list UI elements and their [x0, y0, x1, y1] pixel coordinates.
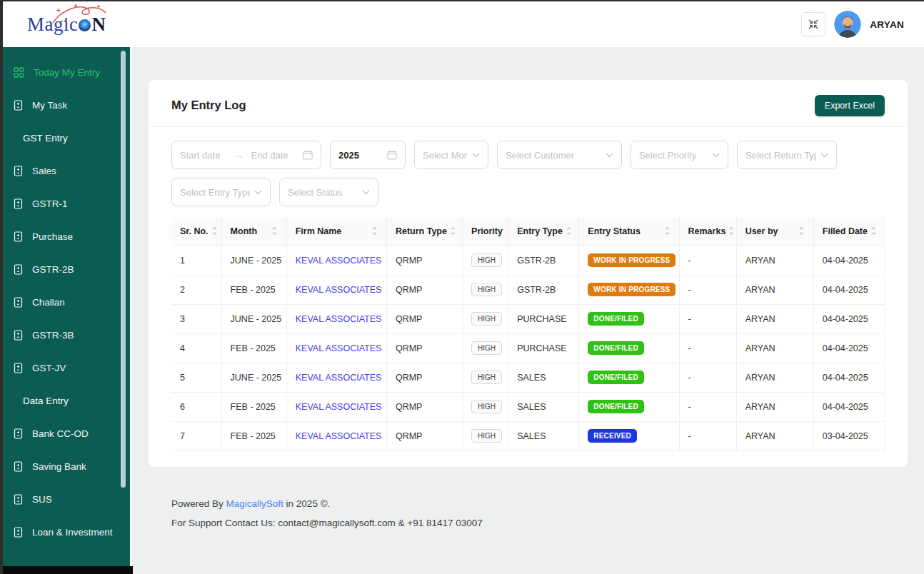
entry-status-badge: WORK IN PROGRESS: [588, 283, 676, 296]
main-content: My Entry Log Export Excel Start date→End…: [132, 47, 924, 574]
export-excel-button[interactable]: Export Excel: [815, 95, 885, 116]
firm-name-link[interactable]: KEVAL ASSOCIATES: [296, 373, 382, 383]
cell-filled-date: 04-04-2025: [813, 246, 884, 275]
cell-filled-date: 03-04-2025: [813, 421, 884, 450]
column-header-remarks[interactable]: Remarks: [679, 217, 736, 246]
cell-priority: HIGH: [463, 363, 508, 392]
avatar[interactable]: [834, 11, 861, 38]
sidebar-section-gst-entry: GST Entry: [3, 121, 130, 154]
column-header-return-type[interactable]: Return Type: [386, 217, 462, 246]
cell-remarks: -: [679, 363, 736, 392]
sidebar-item-gstr-1[interactable]: GSTR-1: [3, 187, 130, 220]
column-header-filled-date[interactable]: Filled Date: [813, 217, 884, 246]
returntype-placeholder: Select Return Type: [745, 150, 816, 161]
magicallysoft-link[interactable]: MagicallySoft: [226, 498, 283, 509]
sidebar-scrollbar-thumb[interactable]: [121, 51, 126, 488]
table-row: 7FEB - 2025KEVAL ASSOCIATESQRMPHIGHSALES…: [171, 421, 885, 450]
chevron-down-icon: [606, 153, 613, 158]
cell-month: FEB - 2025: [221, 275, 286, 304]
fullscreen-toggle-button[interactable]: [801, 12, 825, 36]
priority-badge: HIGH: [471, 312, 502, 326]
sidebar-item-saving-bank[interactable]: Saving Bank: [3, 450, 130, 483]
sidebar-item-label: Saving Bank: [32, 461, 86, 472]
cell-sr-no: 2: [171, 275, 221, 304]
column-label: Sr. No.: [180, 226, 209, 236]
cell-priority: HIGH: [463, 392, 508, 421]
column-header-sr-no[interactable]: Sr. No.: [171, 217, 221, 246]
calendar-icon: [303, 150, 313, 160]
table-row: 1JUNE - 2025KEVAL ASSOCIATESQRMPHIGHGSTR…: [171, 246, 885, 275]
cell-user-by: ARYAN: [736, 304, 813, 333]
sort-icon: [728, 226, 735, 236]
sidebar-item-my-task[interactable]: My Task: [3, 89, 130, 121]
magicon-logo[interactable]: MagicN: [27, 1, 106, 47]
sidebar-item-gstr-2b[interactable]: GSTR-2B: [3, 253, 130, 286]
entry-status-badge: DONE/FILED: [588, 400, 644, 413]
firm-name-link[interactable]: KEVAL ASSOCIATES: [296, 343, 382, 353]
sidebar-item-gst-jv[interactable]: GST-JV: [3, 351, 130, 384]
cell-entry-type: GSTR-2B: [508, 275, 579, 304]
entry-status-badge: DONE/FILED: [588, 312, 644, 326]
powered-prefix: Powered By: [171, 498, 226, 509]
cell-user-by: ARYAN: [736, 275, 813, 304]
cell-firm-name: KEVAL ASSOCIATES: [286, 246, 386, 275]
returntype-filter[interactable]: Select Return Type: [737, 141, 837, 169]
customer-filter[interactable]: Select Customer: [497, 141, 622, 169]
firm-name-link[interactable]: KEVAL ASSOCIATES: [296, 314, 382, 324]
sidebar-item-bank-cc-od[interactable]: Bank CC-OD: [3, 417, 130, 450]
cell-priority: HIGH: [463, 304, 508, 333]
column-label: Filled Date: [823, 226, 868, 236]
chevron-down-icon: [254, 190, 262, 195]
top-header: MagicN ARYAN: [3, 1, 924, 47]
cell-month: FEB - 2025: [221, 333, 286, 363]
sidebar-item-loan-investment[interactable]: Loan & Investment: [3, 515, 130, 548]
column-header-user-by[interactable]: User by: [736, 217, 813, 246]
status-filter[interactable]: Select Status: [279, 178, 378, 206]
cell-user-by: ARYAN: [736, 363, 813, 392]
firm-name-link[interactable]: KEVAL ASSOCIATES: [296, 256, 382, 266]
sidebar-item-today-my-entry[interactable]: Today My Entry: [3, 56, 130, 89]
priority-filter[interactable]: Select Priority: [631, 141, 728, 169]
cell-user-by: ARYAN: [736, 246, 813, 275]
customer-placeholder: Select Customer: [506, 150, 601, 161]
daterange-filter[interactable]: Start date→End date: [171, 141, 321, 169]
logo-o-globe-icon: [79, 19, 91, 31]
page-footer: Powered By MagicallySoft in 2025 ©. For …: [171, 497, 924, 530]
column-header-month[interactable]: Month: [221, 217, 286, 246]
column-header-entry-status[interactable]: Entry Status: [579, 217, 679, 246]
entrytype-filter[interactable]: Select Entry Type: [171, 178, 271, 206]
fullscreen-exit-icon: [808, 19, 819, 30]
firm-name-link[interactable]: KEVAL ASSOCIATES: [296, 402, 382, 412]
doc-icon: [14, 461, 23, 472]
cell-return-type: QRMP: [386, 246, 462, 275]
sidebar-item-purchase[interactable]: Purchase: [3, 220, 130, 253]
username[interactable]: ARYAN: [870, 19, 904, 30]
firm-name-link[interactable]: KEVAL ASSOCIATES: [296, 285, 382, 295]
sidebar-item-label: My Task: [32, 100, 67, 111]
sidebar-item-challan[interactable]: Challan: [3, 286, 130, 318]
cell-month: JUNE - 2025: [221, 304, 286, 333]
cell-month: FEB - 2025: [221, 421, 286, 450]
window-top-edge: [0, 0, 924, 1]
entry-status-badge: DONE/FILED: [588, 371, 644, 384]
month-filter[interactable]: Select Month: [414, 141, 488, 169]
cell-entry-status: DONE/FILED: [579, 333, 679, 363]
column-header-entry-type[interactable]: Entry Type: [508, 217, 579, 246]
cell-month: JUNE - 2025: [221, 246, 286, 275]
column-label: User by: [745, 226, 778, 236]
sidebar-item-sus[interactable]: SUS: [3, 483, 130, 515]
cell-filled-date: 04-04-2025: [813, 333, 884, 363]
column-label: Entry Status: [588, 226, 641, 236]
sort-icon: [371, 226, 378, 236]
doc-icon: [14, 166, 23, 176]
column-header-firm-name[interactable]: Firm Name: [286, 217, 386, 246]
firm-name-link[interactable]: KEVAL ASSOCIATES: [296, 431, 382, 441]
sidebar-item-sales[interactable]: Sales: [3, 154, 130, 187]
sort-icon: [271, 226, 278, 236]
cell-sr-no: 7: [171, 421, 221, 450]
cell-return-type: QRMP: [386, 363, 462, 392]
sidebar-item-label: Today My Entry: [34, 67, 100, 78]
year-filter[interactable]: 2025: [330, 141, 406, 169]
status-placeholder: Select Status: [288, 187, 358, 198]
sidebar-item-gstr-3b[interactable]: GSTR-3B: [3, 318, 130, 351]
